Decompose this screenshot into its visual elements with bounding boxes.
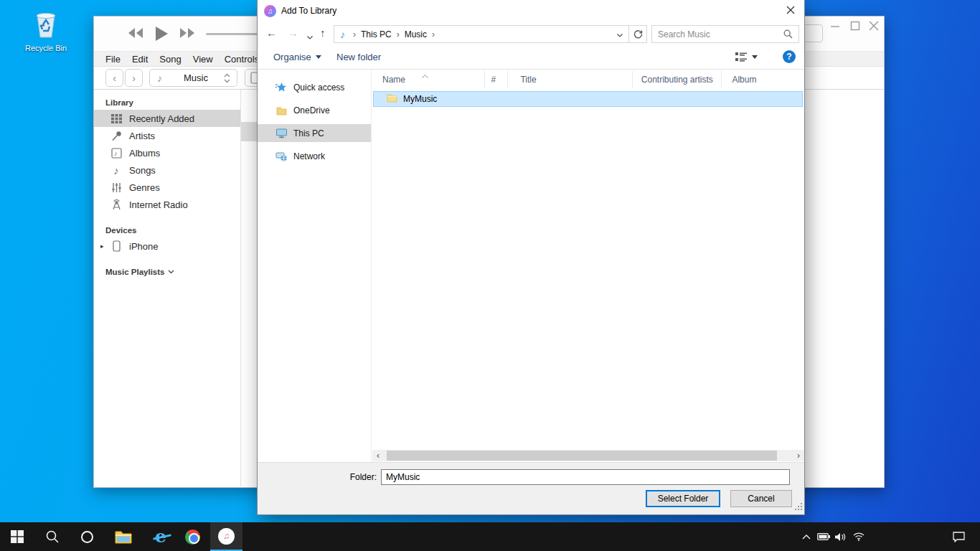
back-button[interactable]: ← — [266, 27, 277, 39]
help-button[interactable]: ? — [783, 50, 796, 63]
tray-show-hidden-icons[interactable] — [798, 522, 815, 551]
radio-tower-icon — [110, 199, 123, 210]
internet-explorer-button[interactable]: e — [145, 522, 176, 551]
library-selector-value: Music — [168, 72, 224, 83]
network-icon — [275, 151, 288, 161]
library-header: Library — [105, 98, 240, 107]
new-folder-button[interactable]: New folder — [336, 52, 381, 62]
expander-icon[interactable]: ▸ — [100, 242, 104, 250]
cortana-icon — [81, 531, 93, 543]
organise-menu[interactable]: Organise — [273, 52, 321, 62]
music-playlists-header[interactable]: Music Playlists — [105, 268, 240, 276]
recent-locations-dropdown[interactable] — [307, 29, 313, 42]
close-icon[interactable] — [869, 21, 882, 31]
select-folder-button[interactable]: Select Folder — [646, 490, 720, 507]
column-name[interactable]: Name — [372, 71, 485, 88]
menu-edit[interactable]: Edit — [132, 54, 148, 65]
itunes-back-button[interactable]: ‹ — [105, 69, 123, 87]
scroll-left-arrow[interactable]: ‹ — [372, 450, 384, 461]
resize-grip[interactable] — [795, 503, 803, 513]
refresh-button[interactable] — [629, 25, 647, 43]
dropdown-icon — [752, 55, 758, 59]
nav-item-this-pc[interactable]: This PC — [258, 124, 371, 142]
cortana-button[interactable] — [72, 522, 102, 551]
tray-volume[interactable] — [832, 522, 849, 551]
menu-controls[interactable]: Controls — [225, 54, 259, 65]
chrome-button[interactable] — [176, 522, 208, 551]
minimize-icon[interactable] — [830, 21, 843, 31]
file-explorer-button[interactable] — [108, 522, 139, 551]
sidebar-item-label: Songs — [129, 165, 156, 176]
microphone-icon — [110, 131, 123, 141]
sidebar-item-recently-added[interactable]: Recently Added — [94, 110, 240, 127]
file-explorer-icon — [115, 530, 132, 544]
sidebar-item-internet-radio[interactable]: Internet Radio — [94, 196, 240, 213]
menu-view[interactable]: View — [193, 54, 213, 65]
note-icon: ♪ — [110, 164, 123, 176]
sidebar-item-label: Artists — [129, 131, 155, 141]
itunes-app-icon: ♫ — [264, 5, 276, 17]
folder-name-input[interactable] — [381, 469, 790, 485]
up-button[interactable]: ↑ — [320, 27, 326, 39]
sidebar-item-genres[interactable]: Genres — [94, 179, 240, 196]
scroll-right-arrow[interactable]: › — [793, 450, 804, 461]
column-contributing-artists[interactable]: Contributing artists — [633, 71, 722, 88]
itunes-icon: ♫ — [218, 528, 235, 545]
action-center-button[interactable] — [948, 522, 969, 551]
file-row-mymusic[interactable]: MyMusic — [373, 91, 803, 107]
updown-chevron-icon — [224, 73, 230, 83]
sidebar-item-artists[interactable]: Artists — [94, 127, 240, 144]
devices-header: Devices — [105, 226, 240, 235]
nav-item-network[interactable]: Network — [258, 147, 371, 165]
sidebar-item-label: Recently Added — [129, 113, 194, 124]
nav-item-quick-access[interactable]: Quick access — [258, 78, 371, 96]
column-album[interactable]: Album — [722, 71, 804, 88]
dropdown-icon — [316, 55, 321, 59]
rewind-button[interactable] — [127, 25, 144, 41]
view-selector[interactable] — [735, 52, 758, 62]
navigation-pane: Quick access OneDrive This PC Network — [258, 70, 371, 462]
recycle-bin[interactable]: Recycle Bin — [20, 7, 72, 52]
tray-battery[interactable] — [815, 522, 832, 551]
search-icon[interactable] — [783, 29, 793, 39]
chevron-down-icon — [168, 270, 174, 274]
sidebar-item-albums[interactable]: ♪ Albums — [94, 144, 240, 161]
nav-item-onedrive[interactable]: OneDrive — [258, 101, 371, 119]
recycle-bin-icon — [30, 32, 62, 42]
sidebar-item-label: iPhone — [129, 241, 158, 252]
dialog-titlebar[interactable]: ♫ Add To Library — [258, 0, 804, 22]
search-input[interactable] — [652, 29, 783, 39]
fast-forward-button[interactable] — [179, 25, 196, 41]
content-thumbnail-edge — [241, 122, 257, 141]
taskbar-search-button[interactable] — [37, 522, 67, 551]
horizontal-scrollbar[interactable]: ‹ › — [372, 450, 804, 461]
column-title[interactable]: Title — [508, 71, 632, 88]
sidebar-item-iphone[interactable]: ▸ iPhone — [94, 237, 240, 255]
itunes-taskbar-button[interactable]: ♫ — [210, 522, 242, 551]
itunes-forward-button[interactable]: › — [125, 69, 143, 87]
crumb-separator: › — [397, 29, 400, 39]
search-box[interactable] — [651, 25, 799, 43]
maximize-icon[interactable] — [850, 21, 863, 31]
breadcrumb-music[interactable]: Music — [405, 29, 427, 39]
sidebar-item-songs[interactable]: ♪ Songs — [94, 161, 240, 179]
wifi-icon — [853, 532, 864, 541]
cancel-button[interactable]: Cancel — [730, 490, 792, 507]
column-number[interactable]: # — [485, 71, 508, 88]
menu-song[interactable]: Song — [159, 54, 181, 65]
breadcrumb-this-pc[interactable]: This PC — [361, 29, 392, 39]
address-bar[interactable]: ♪ › This PC › Music › — [334, 25, 629, 43]
menu-file[interactable]: File — [105, 54, 121, 65]
start-button[interactable] — [0, 522, 34, 551]
library-selector[interactable]: ♪ Music — [149, 69, 237, 87]
scrollbar-thumb[interactable] — [387, 451, 777, 461]
close-icon — [786, 6, 795, 14]
address-dropdown-icon[interactable] — [617, 29, 623, 39]
sidebar-item-label: Internet Radio — [129, 199, 188, 210]
notification-icon — [953, 532, 965, 542]
refresh-icon — [633, 29, 643, 39]
play-button[interactable] — [154, 25, 169, 42]
this-pc-icon — [275, 128, 288, 138]
dialog-close-button[interactable] — [780, 1, 801, 19]
tray-wifi[interactable] — [850, 522, 867, 551]
